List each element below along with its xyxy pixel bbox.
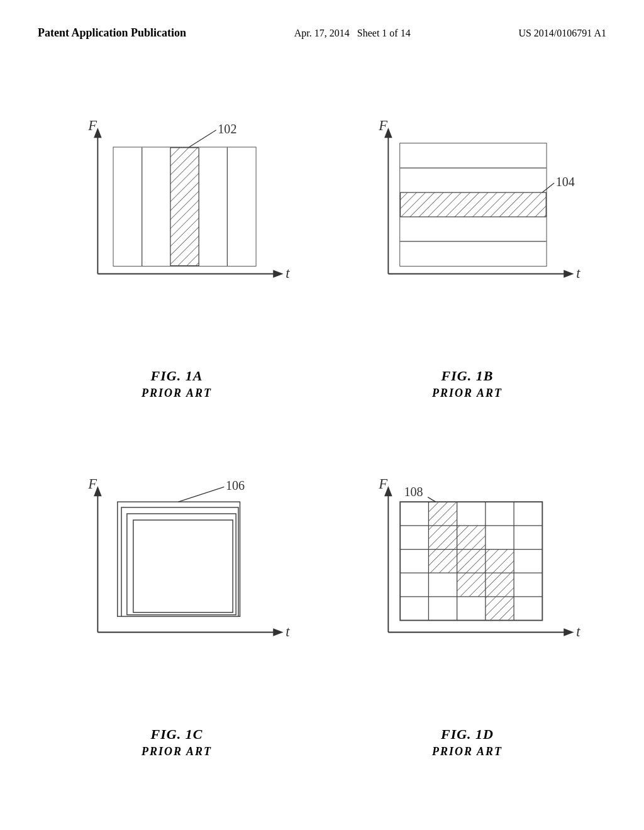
pub-date: Apr. 17, 2014 (294, 28, 350, 38)
patent-number: US 2014/0106791 A1 (518, 25, 606, 42)
svg-rect-24 (400, 192, 546, 217)
publication-title: Patent Application Publication (38, 25, 186, 41)
fig1b-axes: F t 104 (341, 79, 594, 358)
fig1c-xlabel: t (286, 623, 290, 639)
svg-rect-57 (457, 525, 486, 549)
svg-rect-9 (199, 147, 227, 265)
svg-line-15 (189, 130, 216, 147)
fig1c-ylabel: F (87, 475, 97, 491)
svg-marker-45 (564, 628, 574, 636)
svg-rect-63 (486, 597, 514, 621)
fig1b-xlabel: t (576, 265, 580, 280)
svg-marker-35 (273, 628, 283, 636)
svg-rect-58 (428, 549, 457, 573)
figure-1c: F t 106 FIG. 1C PRIOR ART (50, 438, 303, 758)
fig1b-svg: F t 104 (341, 79, 594, 358)
svg-line-64 (428, 497, 436, 502)
fig1c-svg: F t 106 (50, 438, 303, 716)
svg-line-40 (179, 487, 225, 502)
figure-1a: F t (50, 79, 303, 400)
svg-rect-39 (133, 520, 233, 612)
svg-rect-7 (142, 147, 170, 265)
svg-rect-59 (457, 549, 486, 573)
fig1a-label: FIG. 1A (151, 368, 203, 384)
svg-rect-55 (428, 502, 457, 526)
fig1c-axes: F t 106 (50, 438, 303, 716)
svg-rect-60 (486, 549, 514, 573)
svg-rect-26 (400, 241, 546, 266)
fig1a-ylabel: F (87, 117, 97, 133)
svg-rect-25 (400, 217, 546, 241)
fig1b-sublabel: PRIOR ART (432, 387, 502, 400)
svg-marker-20 (564, 270, 574, 278)
fig1b-ref: 104 (556, 175, 575, 189)
page-header: Patent Application Publication Apr. 17, … (0, 0, 644, 42)
fig1a-svg: F t (50, 79, 303, 358)
figures-grid: F t (0, 42, 644, 796)
fig1c-ref: 106 (226, 479, 245, 492)
fig1d-sublabel: PRIOR ART (432, 745, 502, 758)
fig1c-sublabel: PRIOR ART (142, 745, 212, 758)
fig1a-xlabel: t (286, 265, 290, 280)
fig1a-ref: 102 (218, 121, 236, 135)
svg-rect-6 (114, 147, 142, 265)
fig1b-ylabel: F (378, 117, 387, 133)
sheet-info: Sheet 1 of 14 (357, 28, 411, 38)
fig1d-ylabel: F (378, 475, 387, 491)
fig1a-sublabel: PRIOR ART (142, 387, 212, 400)
fig1b-label: FIG. 1B (441, 368, 494, 384)
fig1d-axes: F t (341, 438, 594, 716)
svg-rect-23 (400, 168, 546, 192)
svg-rect-10 (227, 147, 255, 265)
figure-1b: F t 104 FIG (341, 79, 594, 400)
figure-1d: F t (341, 438, 594, 758)
fig1d-svg: F t (341, 438, 594, 716)
svg-marker-4 (273, 270, 283, 278)
fig1a-axes: F t (50, 79, 303, 358)
svg-rect-8 (170, 147, 199, 265)
fig1d-ref: 108 (404, 485, 423, 499)
fig1d-label: FIG. 1D (441, 726, 494, 743)
svg-rect-22 (400, 143, 546, 168)
fig1c-label: FIG. 1C (151, 726, 203, 743)
fig1d-xlabel: t (576, 623, 580, 639)
svg-rect-56 (428, 525, 457, 549)
svg-rect-61 (457, 573, 486, 597)
svg-rect-62 (486, 573, 514, 597)
publication-date-sheet: Apr. 17, 2014 Sheet 1 of 14 (294, 25, 411, 42)
